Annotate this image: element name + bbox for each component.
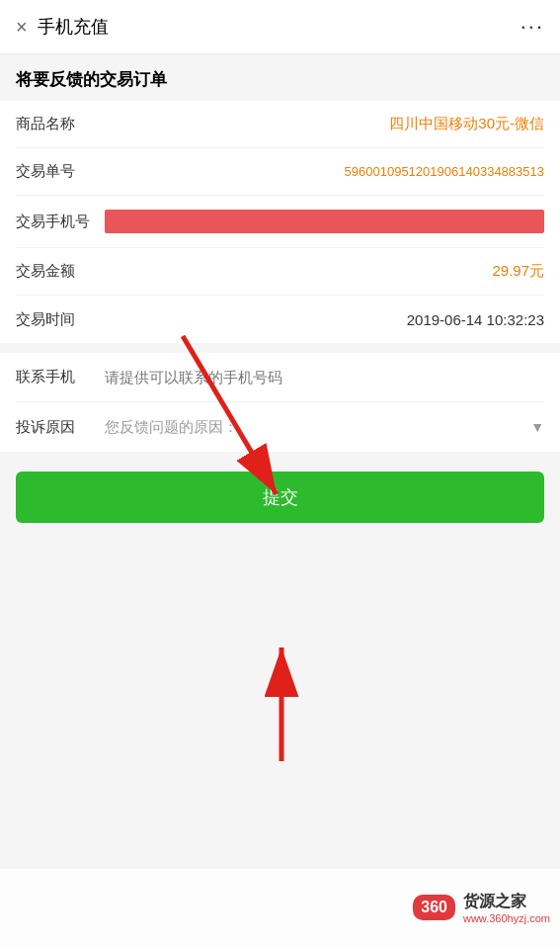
label-product-name: 商品名称 bbox=[16, 115, 105, 133]
header-left: × 手机充值 bbox=[16, 15, 109, 39]
table-row: 交易单号 5960010951201906140334883513 bbox=[16, 148, 544, 196]
close-icon[interactable]: × bbox=[16, 16, 28, 39]
section-divider bbox=[0, 343, 560, 353]
submit-button[interactable]: 提交 bbox=[16, 472, 544, 523]
table-row: 商品名称 四川中国移动30元-微信 bbox=[16, 101, 544, 148]
section-title: 将要反馈的交易订单 bbox=[0, 54, 560, 101]
form-card: 联系手机 投诉原因 您反馈问题的原因： ▼ bbox=[0, 353, 560, 452]
order-info-card: 商品名称 四川中国移动30元-微信 交易单号 59600109512019061… bbox=[0, 101, 560, 343]
table-row: 交易手机号 bbox=[16, 196, 544, 248]
value-order-id: 5960010951201906140334883513 bbox=[105, 164, 544, 179]
value-time: 2019-06-14 10:32:23 bbox=[105, 311, 544, 328]
watermark-text: 货源之家 www.360hyzj.com bbox=[463, 892, 550, 924]
form-row-phone: 联系手机 bbox=[16, 353, 544, 402]
form-row-reason[interactable]: 投诉原因 您反馈问题的原因： ▼ bbox=[16, 402, 544, 452]
contact-phone-input[interactable] bbox=[105, 369, 544, 386]
label-time: 交易时间 bbox=[16, 310, 105, 329]
more-icon[interactable]: ··· bbox=[520, 14, 544, 40]
label-amount: 交易金额 bbox=[16, 262, 105, 281]
watermark-line1: 货源之家 bbox=[463, 892, 526, 912]
watermark-line2: www.360hyzj.com bbox=[463, 912, 550, 924]
form-reason-placeholder: 您反馈问题的原因： bbox=[105, 418, 530, 437]
label-order-id: 交易单号 bbox=[16, 162, 105, 181]
form-label-phone: 联系手机 bbox=[16, 368, 105, 387]
submit-section: 提交 bbox=[0, 452, 560, 543]
chevron-down-icon: ▼ bbox=[530, 419, 544, 435]
value-phone-redacted bbox=[105, 210, 544, 233]
value-amount: 29.97元 bbox=[105, 262, 544, 281]
watermark-badge: 360 bbox=[413, 895, 455, 920]
page-title: 手机充值 bbox=[38, 15, 109, 39]
label-phone-number: 交易手机号 bbox=[16, 213, 105, 231]
table-row: 交易时间 2019-06-14 10:32:23 bbox=[16, 296, 544, 343]
watermark: 360 货源之家 www.360hyzj.com bbox=[0, 869, 560, 946]
form-label-reason: 投诉原因 bbox=[16, 418, 105, 437]
table-row: 交易金额 29.97元 bbox=[16, 248, 544, 296]
header: × 手机充值 ··· bbox=[0, 0, 560, 54]
value-product-name: 四川中国移动30元-微信 bbox=[105, 115, 544, 133]
